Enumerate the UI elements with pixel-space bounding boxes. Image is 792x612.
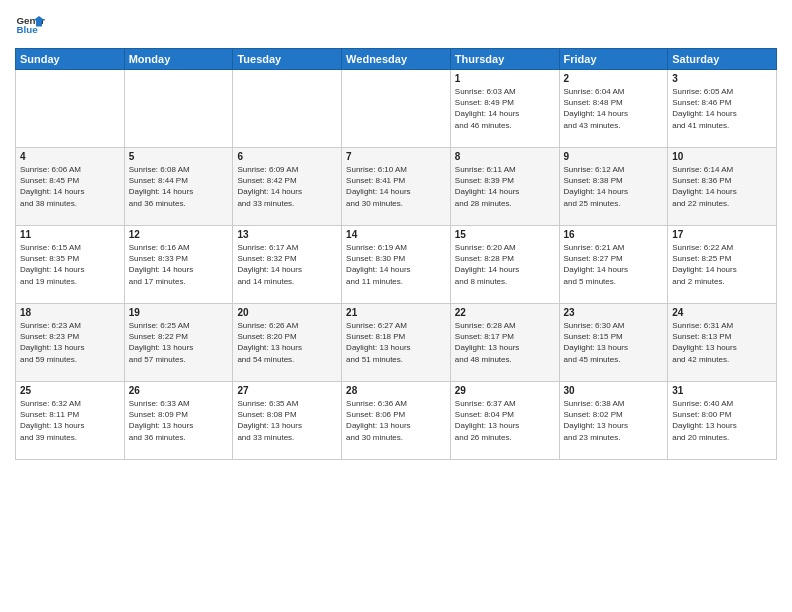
calendar-cell: 13Sunrise: 6:17 AM Sunset: 8:32 PM Dayli… (233, 226, 342, 304)
day-number: 1 (455, 73, 555, 84)
calendar-cell: 7Sunrise: 6:10 AM Sunset: 8:41 PM Daylig… (342, 148, 451, 226)
calendar-cell: 18Sunrise: 6:23 AM Sunset: 8:23 PM Dayli… (16, 304, 125, 382)
day-number: 25 (20, 385, 120, 396)
day-info: Sunrise: 6:33 AM Sunset: 8:09 PM Dayligh… (129, 398, 229, 443)
day-number: 14 (346, 229, 446, 240)
calendar-cell: 19Sunrise: 6:25 AM Sunset: 8:22 PM Dayli… (124, 304, 233, 382)
day-number: 26 (129, 385, 229, 396)
day-info: Sunrise: 6:23 AM Sunset: 8:23 PM Dayligh… (20, 320, 120, 365)
calendar-cell: 23Sunrise: 6:30 AM Sunset: 8:15 PM Dayli… (559, 304, 668, 382)
day-info: Sunrise: 6:03 AM Sunset: 8:49 PM Dayligh… (455, 86, 555, 131)
week-row-5: 25Sunrise: 6:32 AM Sunset: 8:11 PM Dayli… (16, 382, 777, 460)
calendar-cell: 16Sunrise: 6:21 AM Sunset: 8:27 PM Dayli… (559, 226, 668, 304)
day-info: Sunrise: 6:36 AM Sunset: 8:06 PM Dayligh… (346, 398, 446, 443)
day-info: Sunrise: 6:10 AM Sunset: 8:41 PM Dayligh… (346, 164, 446, 209)
day-info: Sunrise: 6:28 AM Sunset: 8:17 PM Dayligh… (455, 320, 555, 365)
day-number: 23 (564, 307, 664, 318)
day-number: 18 (20, 307, 120, 318)
calendar-cell (233, 70, 342, 148)
day-number: 30 (564, 385, 664, 396)
day-number: 13 (237, 229, 337, 240)
day-number: 9 (564, 151, 664, 162)
calendar-cell: 12Sunrise: 6:16 AM Sunset: 8:33 PM Dayli… (124, 226, 233, 304)
weekday-header-sunday: Sunday (16, 49, 125, 70)
calendar-cell (342, 70, 451, 148)
day-info: Sunrise: 6:25 AM Sunset: 8:22 PM Dayligh… (129, 320, 229, 365)
weekday-header-wednesday: Wednesday (342, 49, 451, 70)
week-row-2: 4Sunrise: 6:06 AM Sunset: 8:45 PM Daylig… (16, 148, 777, 226)
weekday-header-row: SundayMondayTuesdayWednesdayThursdayFrid… (16, 49, 777, 70)
day-number: 28 (346, 385, 446, 396)
calendar-cell: 3Sunrise: 6:05 AM Sunset: 8:46 PM Daylig… (668, 70, 777, 148)
day-number: 10 (672, 151, 772, 162)
day-info: Sunrise: 6:40 AM Sunset: 8:00 PM Dayligh… (672, 398, 772, 443)
day-number: 29 (455, 385, 555, 396)
day-number: 16 (564, 229, 664, 240)
day-info: Sunrise: 6:16 AM Sunset: 8:33 PM Dayligh… (129, 242, 229, 287)
day-info: Sunrise: 6:20 AM Sunset: 8:28 PM Dayligh… (455, 242, 555, 287)
day-number: 22 (455, 307, 555, 318)
calendar-cell: 22Sunrise: 6:28 AM Sunset: 8:17 PM Dayli… (450, 304, 559, 382)
weekday-header-thursday: Thursday (450, 49, 559, 70)
week-row-1: 1Sunrise: 6:03 AM Sunset: 8:49 PM Daylig… (16, 70, 777, 148)
calendar-cell: 21Sunrise: 6:27 AM Sunset: 8:18 PM Dayli… (342, 304, 451, 382)
calendar-cell: 17Sunrise: 6:22 AM Sunset: 8:25 PM Dayli… (668, 226, 777, 304)
day-info: Sunrise: 6:15 AM Sunset: 8:35 PM Dayligh… (20, 242, 120, 287)
day-number: 17 (672, 229, 772, 240)
calendar-cell: 26Sunrise: 6:33 AM Sunset: 8:09 PM Dayli… (124, 382, 233, 460)
day-info: Sunrise: 6:06 AM Sunset: 8:45 PM Dayligh… (20, 164, 120, 209)
calendar-cell (16, 70, 125, 148)
day-number: 27 (237, 385, 337, 396)
day-number: 3 (672, 73, 772, 84)
calendar-cell: 8Sunrise: 6:11 AM Sunset: 8:39 PM Daylig… (450, 148, 559, 226)
calendar-cell: 28Sunrise: 6:36 AM Sunset: 8:06 PM Dayli… (342, 382, 451, 460)
day-info: Sunrise: 6:05 AM Sunset: 8:46 PM Dayligh… (672, 86, 772, 131)
day-number: 21 (346, 307, 446, 318)
day-info: Sunrise: 6:14 AM Sunset: 8:36 PM Dayligh… (672, 164, 772, 209)
day-info: Sunrise: 6:35 AM Sunset: 8:08 PM Dayligh… (237, 398, 337, 443)
day-number: 7 (346, 151, 446, 162)
day-info: Sunrise: 6:17 AM Sunset: 8:32 PM Dayligh… (237, 242, 337, 287)
calendar-cell: 11Sunrise: 6:15 AM Sunset: 8:35 PM Dayli… (16, 226, 125, 304)
day-number: 8 (455, 151, 555, 162)
day-number: 2 (564, 73, 664, 84)
day-info: Sunrise: 6:32 AM Sunset: 8:11 PM Dayligh… (20, 398, 120, 443)
logo-icon: General Blue (15, 10, 45, 40)
day-info: Sunrise: 6:12 AM Sunset: 8:38 PM Dayligh… (564, 164, 664, 209)
day-info: Sunrise: 6:19 AM Sunset: 8:30 PM Dayligh… (346, 242, 446, 287)
week-row-3: 11Sunrise: 6:15 AM Sunset: 8:35 PM Dayli… (16, 226, 777, 304)
day-info: Sunrise: 6:26 AM Sunset: 8:20 PM Dayligh… (237, 320, 337, 365)
day-number: 12 (129, 229, 229, 240)
day-info: Sunrise: 6:30 AM Sunset: 8:15 PM Dayligh… (564, 320, 664, 365)
calendar-cell: 20Sunrise: 6:26 AM Sunset: 8:20 PM Dayli… (233, 304, 342, 382)
calendar-cell: 9Sunrise: 6:12 AM Sunset: 8:38 PM Daylig… (559, 148, 668, 226)
day-number: 31 (672, 385, 772, 396)
calendar-table: SundayMondayTuesdayWednesdayThursdayFrid… (15, 48, 777, 460)
calendar-cell: 30Sunrise: 6:38 AM Sunset: 8:02 PM Dayli… (559, 382, 668, 460)
day-number: 11 (20, 229, 120, 240)
day-info: Sunrise: 6:08 AM Sunset: 8:44 PM Dayligh… (129, 164, 229, 209)
calendar-cell: 31Sunrise: 6:40 AM Sunset: 8:00 PM Dayli… (668, 382, 777, 460)
day-number: 6 (237, 151, 337, 162)
calendar-cell: 14Sunrise: 6:19 AM Sunset: 8:30 PM Dayli… (342, 226, 451, 304)
calendar-cell: 10Sunrise: 6:14 AM Sunset: 8:36 PM Dayli… (668, 148, 777, 226)
calendar-cell: 6Sunrise: 6:09 AM Sunset: 8:42 PM Daylig… (233, 148, 342, 226)
day-info: Sunrise: 6:31 AM Sunset: 8:13 PM Dayligh… (672, 320, 772, 365)
calendar-cell (124, 70, 233, 148)
weekday-header-friday: Friday (559, 49, 668, 70)
calendar-cell: 5Sunrise: 6:08 AM Sunset: 8:44 PM Daylig… (124, 148, 233, 226)
day-info: Sunrise: 6:04 AM Sunset: 8:48 PM Dayligh… (564, 86, 664, 131)
day-info: Sunrise: 6:21 AM Sunset: 8:27 PM Dayligh… (564, 242, 664, 287)
week-row-4: 18Sunrise: 6:23 AM Sunset: 8:23 PM Dayli… (16, 304, 777, 382)
svg-text:Blue: Blue (17, 24, 39, 35)
calendar-cell: 4Sunrise: 6:06 AM Sunset: 8:45 PM Daylig… (16, 148, 125, 226)
calendar-cell: 27Sunrise: 6:35 AM Sunset: 8:08 PM Dayli… (233, 382, 342, 460)
day-info: Sunrise: 6:22 AM Sunset: 8:25 PM Dayligh… (672, 242, 772, 287)
day-info: Sunrise: 6:09 AM Sunset: 8:42 PM Dayligh… (237, 164, 337, 209)
calendar-cell: 15Sunrise: 6:20 AM Sunset: 8:28 PM Dayli… (450, 226, 559, 304)
calendar-cell: 24Sunrise: 6:31 AM Sunset: 8:13 PM Dayli… (668, 304, 777, 382)
calendar-page: General Blue SundayMondayTuesdayWednesda… (0, 0, 792, 612)
day-number: 19 (129, 307, 229, 318)
header: General Blue (15, 10, 777, 40)
day-number: 5 (129, 151, 229, 162)
